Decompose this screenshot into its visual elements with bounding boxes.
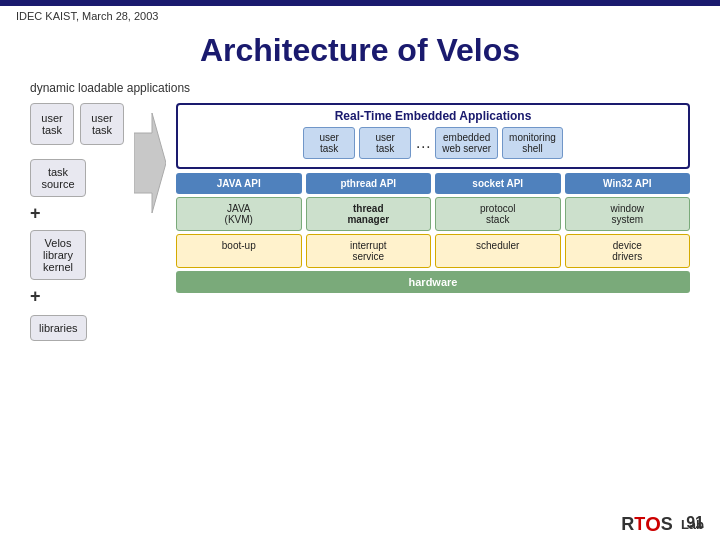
header-strip: IDEC KAIST, March 28, 2003 (0, 6, 720, 26)
dynamic-label: dynamic loadable applications (30, 81, 690, 95)
rt-app-1: usertask (303, 127, 355, 159)
socket-api-box: socket API (435, 173, 561, 194)
libraries-box: libraries (30, 315, 87, 341)
plus-sign-1: + (30, 203, 41, 224)
win32-api-box: Win32 API (565, 173, 691, 194)
right-column: Real-Time Embedded Applications usertask… (176, 103, 690, 293)
page-title: Architecture of Velos (0, 26, 720, 81)
device-drivers-box: devicedrivers (565, 234, 691, 268)
window-system-box: windowsystem (565, 197, 691, 231)
content-area: dynamic loadable applications usertask u… (0, 81, 720, 341)
rt-app-2: usertask (359, 127, 411, 159)
plus-sign-2: + (30, 286, 41, 307)
rt-apps-row: usertask usertask … embeddedweb server m… (182, 127, 684, 159)
velos-kernel-box: Veloslibrarykernel (30, 230, 86, 280)
diagram: usertask usertask tasksource + Veloslibr… (30, 103, 690, 341)
logo-t: T (634, 514, 645, 535)
logo-r: R (621, 514, 634, 535)
java-kvm-box: JAVA(KVM) (176, 197, 302, 231)
page-number: 91 (686, 514, 704, 532)
java-api-box: JAVA API (176, 173, 302, 194)
rt-title: Real-Time Embedded Applications (182, 109, 684, 123)
protocol-stack-box: protocolstack (435, 197, 561, 231)
rt-dots: … (415, 127, 431, 159)
user-task-box-1: usertask (30, 103, 74, 145)
logo-s: S (661, 514, 673, 535)
interrupt-box: interruptservice (306, 234, 432, 268)
rtos-logo: RTOS (621, 513, 673, 536)
rt-outer-box: Real-Time Embedded Applications usertask… (176, 103, 690, 169)
user-task-box-2: usertask (80, 103, 124, 145)
bootup-box: boot-up (176, 234, 302, 268)
api-row: JAVA API pthread API socket API Win32 AP… (176, 173, 690, 194)
logo-o: O (645, 513, 661, 536)
svg-marker-0 (134, 113, 166, 213)
pthread-api-box: pthread API (306, 173, 432, 194)
left-column: usertask usertask tasksource + Veloslibr… (30, 103, 124, 341)
hardware-row: hardware (176, 271, 690, 293)
task-source-box: tasksource (30, 159, 86, 197)
thread-manager-box: threadmanager (306, 197, 432, 231)
scheduler-box: scheduler (435, 234, 561, 268)
institute-label: IDEC KAIST, March 28, 2003 (16, 10, 158, 22)
user-task-row: usertask usertask (30, 103, 124, 145)
rt-app-3: embeddedweb server (435, 127, 498, 159)
mid-row: JAVA(KVM) threadmanager protocolstack wi… (176, 197, 690, 231)
rt-app-4: monitoringshell (502, 127, 563, 159)
bottom-row: boot-up interruptservice scheduler devic… (176, 234, 690, 268)
big-arrow (134, 103, 166, 223)
